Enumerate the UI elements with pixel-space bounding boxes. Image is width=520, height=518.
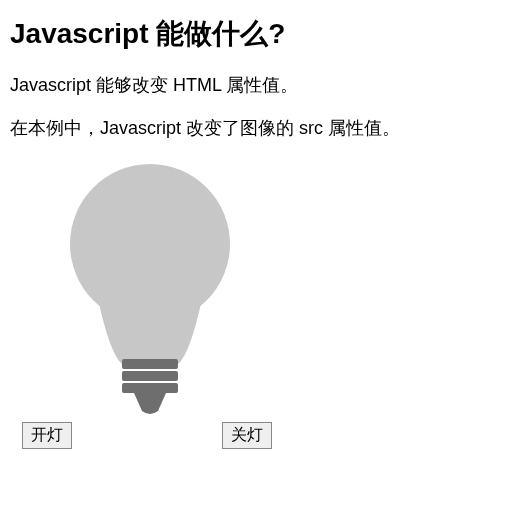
intro-paragraph-1: Javascript 能够改变 HTML 属性值。 [10,73,510,98]
bulb-demo-area: 开灯 关灯 [10,159,510,449]
turn-on-button[interactable]: 开灯 [22,422,72,449]
svg-rect-1 [122,359,178,369]
svg-rect-2 [122,371,178,381]
button-row: 开灯 关灯 [22,422,510,449]
intro-paragraph-2: 在本例中，Javascript 改变了图像的 src 属性值。 [10,116,510,141]
page-title: Javascript 能做什么? [10,15,510,53]
lightbulb-icon [40,159,260,419]
turn-off-button[interactable]: 关灯 [222,422,272,449]
svg-rect-3 [122,383,178,393]
